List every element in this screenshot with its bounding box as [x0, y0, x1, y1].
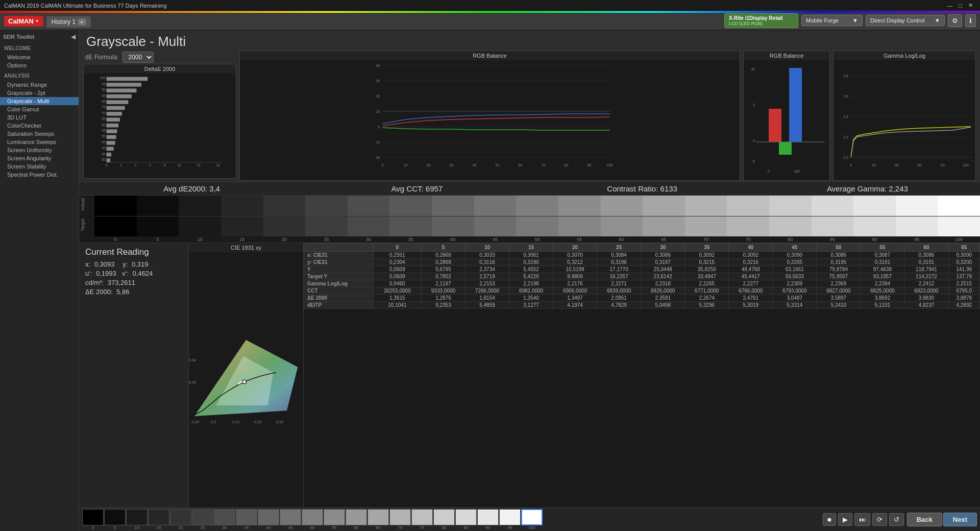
- maximize-btn[interactable]: □: [959, 3, 962, 9]
- sidebar-item[interactable]: Screen Angularity: [0, 154, 79, 162]
- sidebar-item[interactable]: Grayscale - Multi: [0, 97, 79, 105]
- bottom-swatch-item[interactable]: 75: [411, 509, 433, 530]
- bottom-swatch-item[interactable]: 65: [368, 509, 389, 530]
- table-cell: 5,4859: [465, 302, 509, 309]
- bottom-swatch-item[interactable]: 0: [82, 509, 104, 530]
- mobile-forge-selector[interactable]: Mobile Forge ▼: [801, 15, 863, 26]
- table-cell: 0,3215: [685, 259, 729, 266]
- sidebar-item[interactable]: 3D LUT: [0, 113, 79, 122]
- bottom-swatch-item[interactable]: 70: [389, 509, 411, 530]
- bottom-swatch-color: [82, 509, 104, 525]
- swatch-item: [601, 196, 643, 236]
- bottom-swatch-item[interactable]: 60: [346, 509, 367, 530]
- svg-text:2,0: 2,0: [843, 156, 848, 159]
- loop-btn[interactable]: ⟳: [872, 513, 887, 526]
- sidebar-item[interactable]: Screen Stability: [0, 162, 79, 171]
- bottom-swatch-item[interactable]: 35: [236, 509, 257, 530]
- sidebar-item[interactable]: Luminance Sweeps: [0, 138, 79, 146]
- table-row-label: Gamma Log/Log: [304, 280, 374, 287]
- sidebar-item[interactable]: Welcome: [0, 53, 79, 61]
- bottom-swatch-item[interactable]: 85: [455, 509, 477, 530]
- sidebar-item[interactable]: Grayscale - 2pt: [0, 89, 79, 97]
- swatch-actual: [94, 196, 137, 216]
- calman-logo[interactable]: CalMAN ▼: [4, 16, 43, 27]
- bottom-swatch-item[interactable]: 50: [302, 509, 323, 530]
- play-btn[interactable]: ▶: [838, 513, 852, 526]
- table-cell: 6793,0000: [773, 287, 817, 295]
- swatch-actual: [727, 196, 769, 216]
- bottom-swatch-item[interactable]: 95: [499, 509, 521, 530]
- back-btn[interactable]: Back: [907, 513, 942, 526]
- refresh-btn[interactable]: ↺: [889, 513, 904, 526]
- table-cell: 0,2304: [373, 259, 421, 266]
- sidebar-item[interactable]: Color Gamut: [0, 105, 79, 113]
- logo-arrow: ▼: [35, 19, 39, 23]
- svg-rect-27: [107, 88, 137, 92]
- info-icon: ℹ: [969, 17, 972, 25]
- bottom-swatch-color: [433, 509, 455, 525]
- swatch-number: 35: [389, 236, 432, 243]
- table-header: 5: [421, 244, 465, 252]
- info-btn[interactable]: ℹ: [965, 14, 976, 27]
- svg-text:2,4: 2,4: [843, 115, 848, 118]
- settings-btn[interactable]: ⚙: [948, 14, 962, 27]
- table-cell: 0,3086: [641, 252, 685, 259]
- history-tab[interactable]: History 1 +: [46, 16, 91, 28]
- skip-btn[interactable]: ⏭: [854, 513, 870, 526]
- table-cell: 3,8878: [948, 295, 980, 302]
- table-row-label: Y: [304, 266, 374, 273]
- table-cell: 2,2277: [729, 280, 773, 287]
- bottom-swatch-item[interactable]: 15: [148, 509, 169, 530]
- close-btn[interactable]: ✕: [968, 2, 973, 9]
- next-btn[interactable]: Next: [943, 513, 977, 526]
- swatch-number: 0: [94, 236, 137, 243]
- table-cell: 0,3197: [641, 259, 685, 266]
- table-cell: 6771,0000: [685, 287, 729, 295]
- bottom-swatch-item[interactable]: 20: [170, 509, 191, 530]
- sidebar-collapse-btn[interactable]: ◀: [71, 33, 76, 40]
- swatch-target: [601, 216, 643, 237]
- swatch-item: [853, 196, 896, 236]
- bottom-swatch-item[interactable]: 25: [192, 509, 213, 530]
- bottom-swatch-label: 100: [528, 525, 535, 530]
- bottom-swatch-item[interactable]: 40: [258, 509, 279, 530]
- sidebar-item[interactable]: Screen Uniformity: [0, 146, 79, 154]
- svg-rect-18: [107, 141, 115, 145]
- sidebar-item[interactable]: ColorChecker: [0, 122, 79, 130]
- bottom-swatch-item[interactable]: 80: [433, 509, 455, 530]
- sidebar-item[interactable]: Spectral Power Dist.: [0, 171, 79, 179]
- swatch-number: 100: [938, 236, 981, 243]
- bottom-swatch-item[interactable]: 5: [104, 509, 126, 530]
- swatch-number: 15: [221, 236, 263, 243]
- svg-text:60: 60: [102, 123, 106, 127]
- bottom-swatch-item[interactable]: 10: [126, 509, 148, 530]
- sidebar-item[interactable]: Saturation Sweeps: [0, 130, 79, 138]
- svg-text:80: 80: [102, 100, 106, 103]
- bottom-swatch-label: 90: [486, 525, 491, 530]
- bottom-swatch-label: 70: [398, 525, 403, 530]
- current-reading-title: Current Reading: [85, 247, 182, 257]
- sidebar-item[interactable]: Options: [0, 61, 79, 69]
- table-header: 40: [729, 244, 773, 252]
- stop-btn[interactable]: ■: [823, 513, 836, 526]
- gamma-chart: Gamma Log/Log 2,8 2,6 2,4 2,2 2,0 0: [833, 51, 976, 181]
- direct-display-control[interactable]: Direct Display Control ▼: [866, 15, 945, 26]
- swatch-item: [727, 196, 769, 236]
- table-cell: 7266,0000: [465, 287, 509, 295]
- device-selector[interactable]: X-Rite i1Display Retail LCD (LED RGB): [724, 13, 798, 28]
- minimize-btn[interactable]: —: [947, 3, 952, 9]
- svg-text:20: 20: [872, 163, 876, 167]
- swatch-target: [769, 216, 812, 237]
- bottom-swatch-item[interactable]: 55: [324, 509, 345, 530]
- bottom-swatch-item[interactable]: 30: [214, 509, 235, 530]
- bottom-swatch-item[interactable]: 100: [521, 509, 543, 530]
- swatch-actual: [263, 196, 306, 216]
- titlebar: CalMAN 2019 CalMAN Ultimate for Business…: [0, 0, 980, 11]
- bottom-swatch-item[interactable]: 90: [477, 509, 499, 530]
- add-tab-btn[interactable]: +: [78, 19, 85, 25]
- rgb-balance-svg: 40 30 20 10 0 -10 -20 0 10 20 30 40 50 6…: [240, 60, 740, 178]
- de-formula-select[interactable]: 2000 ITP 76: [122, 52, 154, 63]
- bottom-swatch-item[interactable]: 45: [280, 509, 301, 530]
- sidebar-item[interactable]: Dynamic Range: [0, 81, 79, 89]
- table-cell: 2,1197: [421, 280, 465, 287]
